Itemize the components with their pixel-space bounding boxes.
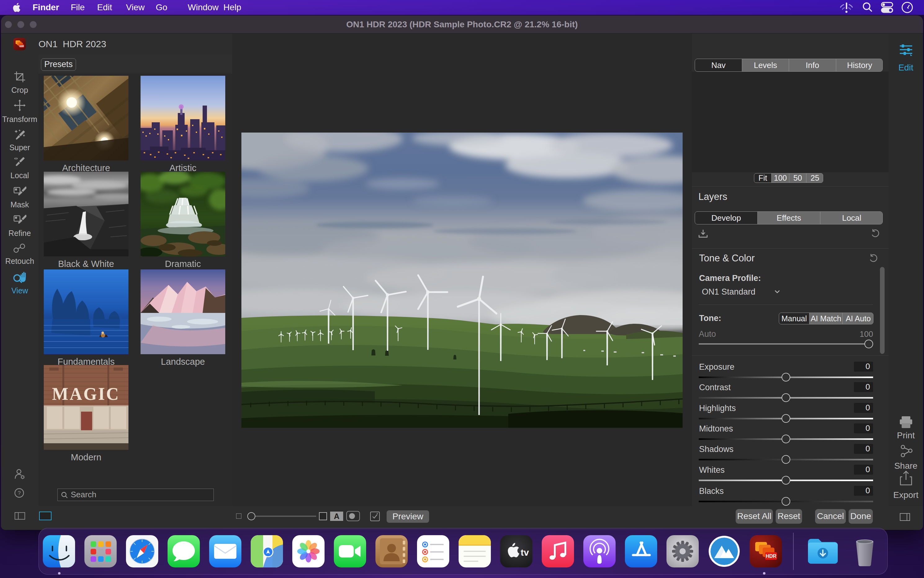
svg-text:HDR: HDR xyxy=(19,45,24,47)
svg-text:HDR: HDR xyxy=(766,554,777,559)
svg-text:?: ? xyxy=(18,490,21,496)
svg-text:tv: tv xyxy=(521,547,529,557)
svg-text:MAGIC: MAGIC xyxy=(52,384,120,404)
